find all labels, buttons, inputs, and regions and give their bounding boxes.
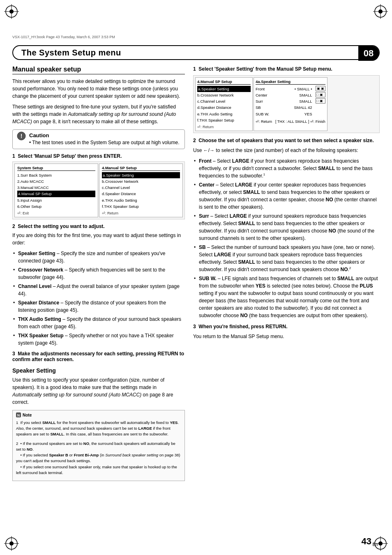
sp-item-d: d.Speaker Distance — [197, 104, 251, 111]
sp-icon-3: □ ▣ — [316, 98, 325, 104]
speaker-setting-text: Use this setting to specify your speaker… — [12, 376, 185, 406]
screen-item-4: 4.Manual SP Setup — [17, 191, 95, 197]
bullet-center: Center – Select LARGE if your center spe… — [193, 181, 380, 211]
right-step2-title: 2 Choose the set of speakers that you wa… — [193, 137, 380, 144]
sp-subw-row: SUB W.YES — [256, 111, 312, 117]
caution-box: ! Caution • The test tones used in the S… — [12, 129, 185, 149]
header-title: The System Setup menu — [21, 48, 121, 58]
speaker-setting-title: Speaker Setting — [12, 367, 185, 374]
step2-left-title: 2 Select the setting you want to adjust. — [12, 223, 185, 229]
right-step2-intro: Use ←/→ to select the size (and number) … — [193, 147, 380, 154]
sp-right-panel: 4a.Speaker Setting Front• SMALL • Center… — [254, 77, 327, 131]
corner-mark-tl — [4, 4, 19, 19]
left-column: Manual speaker setup This receiver allow… — [12, 66, 185, 530]
page-lang: En — [373, 542, 378, 547]
sp-item-c: c.Channel Level — [197, 98, 251, 104]
screen-r-item-b: b.Crossover Network — [102, 178, 180, 184]
list-item-speaker-setting: Speaker Setting – Specify the size and n… — [12, 250, 185, 265]
intro-p1: This receiver allows you to make detaile… — [12, 78, 185, 100]
right-step3-title: 3 When you're finished, press RETURN. — [193, 323, 380, 330]
screen-system-setup: System Setup 1.Surr Back System 2.Auto M… — [14, 164, 98, 217]
sp-icons: ▣ ▣ □ ▣ □ ▣ — [316, 86, 325, 117]
right-step1: 1 Select 'Speaker Setting' from the Manu… — [193, 66, 380, 133]
list-item-crossover: Crossover Network – Specify which freque… — [12, 266, 185, 281]
sp-icon-1: ▣ ▣ — [316, 86, 325, 91]
sp-center-row: CenterSMALL — [256, 92, 312, 98]
caution-content: Caution • The test tones used in the Sys… — [29, 132, 180, 146]
sp-icon-2: □ ▣ — [316, 92, 325, 97]
sp-front-row: Front• SMALL • — [256, 86, 312, 92]
section-title-manual-speaker: Manual speaker setup — [12, 66, 185, 74]
svg-text:N: N — [17, 413, 20, 417]
intro-p2: These settings are designed to fine-tune… — [12, 103, 185, 125]
list-item-thx-speaker: THX Speaker Setup – Specify whether or n… — [12, 332, 185, 347]
file-info: VSX-1017_HY.book Page 43 Tuesday, March … — [12, 35, 115, 39]
bullet-subw: SUB W. – LFE signals and bass frequencie… — [193, 275, 380, 319]
list-item-channel-level: Channel Level – Adjust the overall balan… — [12, 283, 185, 297]
screen-left-footer: ⏎: Exit — [17, 211, 95, 215]
step2-intro: If you are doing this for the first time… — [12, 232, 185, 246]
sp-footer-right: [ THX : ALL SMALL ] ⏎: Finish — [275, 120, 325, 124]
bullet-surr: Surr – Select LARGE if your surround spe… — [193, 212, 380, 242]
list-item-speaker-distance: Speaker Distance – Specify the distance … — [12, 299, 185, 314]
screen-right-footer: ⏎: Return — [102, 211, 180, 215]
screen-r-item-f: f.THX Speaker Setup — [102, 203, 180, 210]
header-bar: The System Setup menu 08 — [12, 45, 380, 60]
screen-r-item-d: d.Speaker Distance — [102, 191, 180, 197]
speaker-setting-section: Speaker Setting Use this setting to spec… — [12, 367, 185, 406]
sp-left-title: 4.Manual SP Setup — [197, 79, 251, 85]
speaker-setting-screen: 4.Manual SP Setup a.Speaker Setting b.Cr… — [193, 75, 380, 133]
step1-left: 1 Select 'Manual SP Setup' then press EN… — [12, 153, 185, 219]
screen-manual-sp: 4.Manual SP Setup a.Speaker Setting b.Cr… — [99, 164, 183, 217]
page-number: 43 — [362, 536, 371, 547]
note-icon: N — [16, 412, 21, 417]
sp-setting-content: Front• SMALL • CenterSMALL SurrSMALL SBS… — [256, 86, 325, 117]
footnote-2: 2 • If the surround speakers are set to … — [16, 441, 181, 476]
screen-item-1: 1.Surr Back System — [17, 172, 95, 178]
sp-item-b: b.Crossover Network — [197, 92, 251, 98]
sp-item-e: e.THX Audio Setting — [197, 111, 251, 117]
sp-footer-left: ⏎: Return — [256, 120, 272, 124]
step2-left: 2 Select the setting you want to adjust.… — [12, 223, 185, 347]
footnote-title: Note — [23, 412, 32, 418]
sp-item-a: a.Speaker Setting — [197, 86, 251, 92]
corner-mark-tr — [373, 4, 388, 19]
chapter-number: 08 — [358, 46, 379, 61]
right-step3: 3 When you're finished, press RETURN. Yo… — [193, 323, 380, 340]
screen-r-item-a: a.Speaker Setting — [102, 172, 180, 178]
sp-sb-row: SBSMALL 42 — [256, 104, 312, 111]
sp-left-footer: ⏎: Return — [197, 125, 251, 129]
caution-icon: ! — [17, 131, 26, 143]
screen-r-item-e: e.THX Audio Setting — [102, 197, 180, 203]
step1-screen: System Setup 1.Surr Back System 2.Auto M… — [12, 161, 185, 219]
footnote-1: 1 If you select SMALL for the front spea… — [16, 420, 181, 438]
sp-item-f: f.THX Speaker Setup — [197, 117, 251, 123]
bullet-sb: SB – Select the number of surround back … — [193, 244, 380, 273]
bullet-front: Front – Select LARGE if your front speak… — [193, 157, 380, 180]
screen-r-item-c: c.Channel Level — [102, 184, 180, 191]
screen-system-setup-title: System Setup — [17, 166, 95, 171]
screen-manual-sp-title: 4.Manual SP Setup — [102, 166, 180, 171]
screen-item-2: 2.Auto MCACC — [17, 178, 95, 184]
sp-footer: ⏎: Return [ THX : ALL SMALL ] ⏎: Finish — [256, 120, 325, 124]
screen-item-3: 3.Manual MCACC — [17, 184, 95, 191]
step2-list: Speaker Setting – Specify the size and n… — [12, 250, 185, 347]
sp-left-panel: 4.Manual SP Setup a.Speaker Setting b.Cr… — [195, 77, 253, 131]
step1-left-title: 1 Select 'Manual SP Setup' then press EN… — [12, 153, 185, 159]
sp-values: Front• SMALL • CenterSMALL SurrSMALL SBS… — [256, 86, 312, 117]
screen-item-5: 5.Input Assign — [17, 197, 95, 203]
list-item-thx-audio: THX Audio Setting – Specify the distance… — [12, 315, 185, 330]
content-area: Manual speaker setup This receiver allow… — [12, 66, 380, 530]
right-step2-list: Front – Select LARGE if your front speak… — [193, 157, 380, 319]
sp-right-title: 4a.Speaker Setting — [256, 79, 325, 85]
step3-left: 3 Make the adjustments necessary for eac… — [12, 351, 185, 362]
caution-label: Caution — [29, 132, 180, 138]
screen-item-6: 6.Other Setup — [17, 203, 95, 210]
footnote-box: N Note 1 If you select SMALL for the fro… — [12, 410, 185, 481]
step3-left-title: 3 Make the adjustments necessary for eac… — [12, 351, 185, 362]
svg-text:!: ! — [21, 133, 23, 139]
right-step3-text: You return to the Manual SP Setup menu. — [193, 333, 380, 340]
caution-text: • The test tones used in the System Setu… — [29, 140, 180, 145]
right-column: 1 Select 'Speaker Setting' from the Manu… — [193, 66, 380, 530]
right-step1-title: 1 Select 'Speaker Setting' from the Manu… — [193, 66, 380, 73]
